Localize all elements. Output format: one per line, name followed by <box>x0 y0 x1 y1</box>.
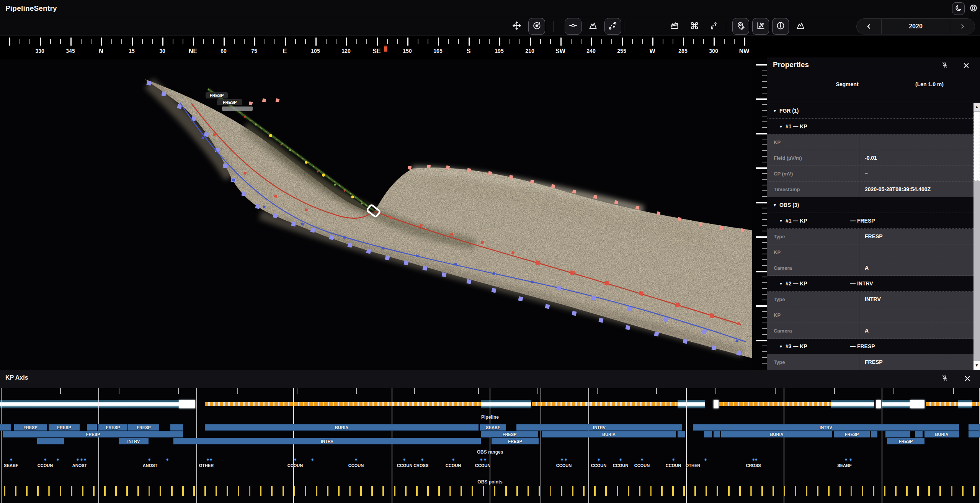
mountain-tool-button[interactable] <box>792 18 809 35</box>
help-button[interactable] <box>967 2 980 15</box>
group-header[interactable]: ▼#1 — KP— FRESP <box>767 213 973 229</box>
compass-label-30: 30 <box>159 48 165 54</box>
clapper-tool-button[interactable] <box>666 18 683 35</box>
scrollbar-thumb[interactable] <box>973 112 980 181</box>
compass-ruler[interactable]: 330345N1530NE6075E105120SE150165S195210S… <box>0 36 980 59</box>
depth-ruler <box>751 59 768 370</box>
depth-ruler-tick <box>762 254 767 254</box>
curve-tool-button[interactable] <box>604 18 621 35</box>
compass-tick <box>132 38 133 46</box>
compass-tick <box>550 39 551 44</box>
kp-yellow-tick <box>438 486 440 496</box>
node-tool-button[interactable] <box>565 18 581 35</box>
compass-tick <box>20 39 20 44</box>
compass-label-210: 210 <box>525 48 534 54</box>
compass-label-255: 255 <box>617 48 626 54</box>
scroll-down-icon[interactable]: ▼ <box>973 361 980 370</box>
compass-tick <box>581 39 581 44</box>
obs-point-label: OTHER <box>686 463 701 468</box>
kp-gridline <box>588 388 589 503</box>
depth-ruler-tick <box>762 213 767 214</box>
compass-tick <box>315 38 317 46</box>
length-column-header: (Len 1.0 m) <box>893 81 966 87</box>
kp-yellow-tick <box>650 486 652 496</box>
obs-range-bar-fresp: FRESP <box>128 424 159 431</box>
compass-tick <box>652 38 653 46</box>
route-tool-button[interactable] <box>706 18 723 35</box>
kp-yellow-tick <box>661 486 663 496</box>
obs-point-label: CCOUN <box>348 463 364 468</box>
kp-yellow-tick <box>539 486 540 496</box>
toolbar-divider <box>726 21 726 32</box>
kp-tick-stub <box>953 388 954 394</box>
pan-icon <box>512 21 521 32</box>
pan-tool-button[interactable] <box>508 18 525 35</box>
kp-yellow-tick <box>238 486 239 496</box>
kp-tick-stub <box>893 388 894 394</box>
kp-yellow-tick <box>851 486 852 496</box>
kp-yellow-tick <box>828 486 830 496</box>
properties-scrollbar[interactable]: ▲ ▼ <box>973 103 980 370</box>
kp-yellow-tick <box>962 486 964 496</box>
bar-label: FRESP <box>137 425 151 430</box>
depth-ruler-tick <box>762 334 767 335</box>
bar-label: FRESP <box>86 432 100 437</box>
kp-yellow-tick <box>605 486 607 496</box>
kp-yellow-tick <box>672 486 674 496</box>
mountain-tool-button[interactable] <box>585 18 601 35</box>
kp-axis-timeline[interactable]: Pipeline OBS ranges OBS points FRESPFRES… <box>0 388 980 503</box>
group-header[interactable]: ▼#1 — KP <box>767 119 973 134</box>
group-header[interactable]: ▼#2 — KP— INTRV <box>767 276 973 292</box>
kp-yellow-tick <box>37 486 39 496</box>
pin-edit-tool-button[interactable] <box>732 18 749 35</box>
year-prev-button[interactable] <box>857 19 881 34</box>
kp-yellow-tick <box>394 486 395 496</box>
group-header[interactable]: ▼#3 — KP— FRESP <box>767 339 973 354</box>
compass-tick <box>40 38 41 46</box>
property-row: CP (mV)– <box>767 166 973 182</box>
caret-down-icon: ▼ <box>779 219 783 223</box>
compass-tick <box>611 39 612 44</box>
depth-ruler-tick <box>762 70 767 70</box>
kp-axis-close-button[interactable] <box>962 374 972 383</box>
section-header[interactable]: ▼OBS (3) <box>767 197 973 213</box>
header-label: OBS (3) <box>779 202 799 208</box>
kp-axis-unpin-button[interactable] <box>940 374 950 383</box>
kp-yellow-tick <box>149 486 150 496</box>
obs-point-label: CCOUN CROSS <box>397 463 429 468</box>
obs-point-diamond: ♦ <box>641 457 643 462</box>
info-tool-button[interactable] <box>772 18 789 35</box>
property-value: -0.01 <box>859 155 877 161</box>
kp-yellow-tick <box>427 486 429 496</box>
curve-icon <box>608 21 617 32</box>
compass-tick <box>642 39 643 44</box>
obs-point-diamond: ♦ <box>849 457 852 462</box>
compass-tick <box>101 38 102 46</box>
rotate-tool-button[interactable] <box>528 18 545 35</box>
obs-range-bar <box>871 431 877 437</box>
obs-point-diamond: ♦ <box>403 457 405 462</box>
multi-tool-button[interactable] <box>686 18 703 35</box>
scroll-up-icon[interactable]: ▲ <box>973 103 980 111</box>
compass-label-NE: NE <box>189 48 197 55</box>
compass-tick <box>530 38 531 46</box>
depth-ruler-tick <box>762 139 767 139</box>
compass-tick <box>60 39 61 44</box>
dark-mode-button[interactable] <box>952 2 965 15</box>
property-value: FRESP <box>859 359 883 365</box>
scatter-tool-button[interactable] <box>752 18 769 35</box>
obs-point-diamond: ♦ <box>565 457 567 462</box>
close-properties-button[interactable] <box>961 61 971 70</box>
section-header[interactable]: ▼FGR (1) <box>767 103 973 119</box>
kp-yellow-tick <box>472 486 473 496</box>
kp-yellow-tick <box>316 486 317 496</box>
depth-ruler-tick <box>762 219 767 220</box>
obs-point-label: ANOST <box>143 463 158 468</box>
unpin-button[interactable] <box>940 61 950 70</box>
year-next-button[interactable] <box>950 19 975 34</box>
compass-tick <box>683 38 684 46</box>
property-label: Timestamp <box>767 182 859 197</box>
scene-3d-viewport[interactable]: FRESP FRESP KP KP <box>0 59 752 370</box>
depth-ruler-tick <box>762 116 767 116</box>
compass-tick <box>591 38 592 46</box>
